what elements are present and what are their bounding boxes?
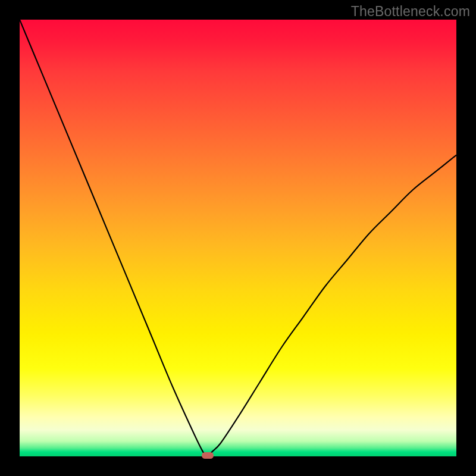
bottleneck-curve (20, 20, 456, 456)
watermark-text: TheBottleneck.com (351, 4, 470, 20)
optimal-marker (202, 452, 214, 459)
